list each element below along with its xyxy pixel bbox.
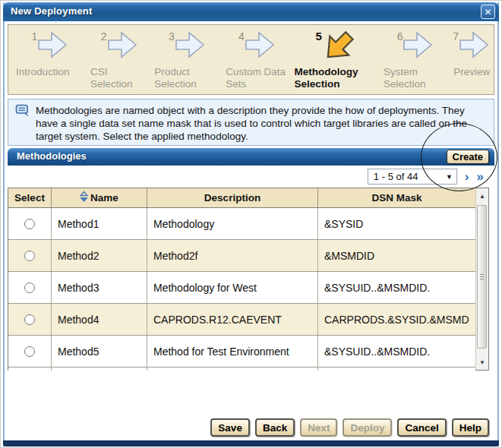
step-arrow-icon: 5 xyxy=(291,30,380,64)
wizard-step-introduction[interactable]: 1Introduction xyxy=(13,29,87,94)
select-cell xyxy=(8,208,52,239)
table-header: SelectNameDescriptionDSN Mask xyxy=(8,188,475,208)
next-button: Next xyxy=(300,418,337,437)
wizard-step-product-selection[interactable]: 3Product Selection xyxy=(151,29,223,94)
name-cell: Method5 xyxy=(52,336,147,367)
column-header-name[interactable]: Name xyxy=(52,188,147,207)
wizard-step-custom-data-sets[interactable]: 4Custom Data Sets xyxy=(223,29,291,94)
select-cell xyxy=(8,304,52,335)
step-arrow-icon: 3 xyxy=(151,30,223,64)
close-button[interactable]: ✕ xyxy=(481,5,495,19)
table-row: Method4CAPRODS.R12.CAEVENTCARPRODS.&SYSI… xyxy=(8,304,475,336)
column-header-description: Description xyxy=(147,188,318,207)
deploy-button: Deploy xyxy=(343,418,392,437)
cancel-button[interactable]: Cancel xyxy=(397,418,446,437)
scrollbar-grip xyxy=(480,274,484,281)
row-radio-button[interactable] xyxy=(24,314,35,325)
comment-bubble-icon xyxy=(15,104,30,121)
row-radio-button[interactable] xyxy=(24,219,35,229)
column-header-select: Select xyxy=(8,188,52,207)
step-number: 6 xyxy=(397,30,403,42)
close-icon: ✕ xyxy=(484,7,491,17)
filler-cell xyxy=(8,368,52,371)
screenshot-frame: New Deployment ✕ 1Introduction2CSI Selec… xyxy=(0,0,502,448)
page-range-label: 1 - 5 of 44 xyxy=(374,171,418,182)
save-button[interactable]: Save xyxy=(210,418,250,437)
description-cell: Method for Test Environment xyxy=(147,336,318,367)
table-row: Method5Method for Test Environment&SYSUI… xyxy=(8,336,475,368)
wizard-step-system-selection[interactable]: 6System Selection xyxy=(380,29,450,94)
wizard-step-csi-selection[interactable]: 2CSI Selection xyxy=(87,29,151,94)
dsn-mask-cell: &SYSUID..&MSMDID. xyxy=(318,336,475,367)
step-arrow-icon: 2 xyxy=(87,30,151,64)
name-cell: Method3 xyxy=(52,272,147,303)
filler-cell xyxy=(52,368,147,371)
step-arrow-icon: 7 xyxy=(450,30,492,64)
next-page-button[interactable]: › xyxy=(465,170,469,183)
scroll-down-icon[interactable]: ▼ xyxy=(476,356,488,368)
help-button[interactable]: Help xyxy=(452,418,489,437)
window-title: New Deployment xyxy=(11,5,93,17)
create-button[interactable]: Create xyxy=(447,150,489,164)
filler-cell xyxy=(318,368,475,371)
wizard-step-methodology-selection[interactable]: 5Methodology Selection xyxy=(291,29,380,94)
dsn-mask-cell: CARPRODS.&SYSID.&MSMD xyxy=(318,304,475,335)
name-cell: Method4 xyxy=(52,304,147,335)
select-cell xyxy=(8,240,52,271)
name-cell: Method1 xyxy=(52,208,147,239)
step-label: Introduction xyxy=(13,66,87,78)
step-label: Preview xyxy=(450,66,492,78)
column-header-dsn-mask: DSN Mask xyxy=(318,188,475,207)
dsn-mask-cell: &SYSUID..&MSMDID. xyxy=(318,272,475,303)
filler-cell xyxy=(147,368,318,371)
description-cell: Methodology for West xyxy=(147,272,318,303)
wizard-steps: 1Introduction2CSI Selection3Product Sele… xyxy=(8,24,494,95)
step-label: Methodology Selection xyxy=(291,66,380,90)
scrollbar-thumb[interactable] xyxy=(477,205,487,349)
methodologies-section-bar: Methodologies Create xyxy=(8,148,494,166)
step-arrow-icon: 4 xyxy=(223,30,291,64)
wizard-step-preview[interactable]: 7Preview xyxy=(450,29,492,94)
description-cell: CAPRODS.R12.CAEVENT xyxy=(147,304,318,335)
table-row: Method1Methodology&SYSID xyxy=(8,208,475,240)
scroll-up-icon[interactable]: ▲ xyxy=(476,190,488,202)
step-number: 5 xyxy=(316,30,322,42)
new-deployment-dialog: New Deployment ✕ 1Introduction2CSI Selec… xyxy=(3,2,499,446)
step-label: Product Selection xyxy=(151,66,223,90)
table-body: Method1Methodology&SYSIDMethod2Method2f&… xyxy=(8,208,475,371)
table-filler-row xyxy=(8,368,475,371)
step-arrow-icon: 1 xyxy=(13,30,87,64)
window-bottom-edge xyxy=(3,440,499,446)
column-label: Select xyxy=(14,192,45,203)
select-cell xyxy=(8,336,52,367)
row-radio-button[interactable] xyxy=(24,346,35,357)
step-number: 2 xyxy=(101,30,107,42)
sort-up-down-icon[interactable] xyxy=(80,191,88,205)
step-number: 3 xyxy=(169,30,175,42)
select-cell xyxy=(8,272,52,303)
row-radio-button[interactable] xyxy=(24,251,35,261)
info-box: Methodologies are named object with a de… xyxy=(8,99,494,146)
info-text: Methodologies are named object with a de… xyxy=(36,105,467,142)
column-label: DSN Mask xyxy=(371,192,421,203)
back-button[interactable]: Back xyxy=(255,418,295,437)
chevron-down-icon: ▼ xyxy=(446,173,453,181)
footer-buttons: SaveBackNextDeployCancelHelp xyxy=(210,418,489,437)
table-row: Method3Methodology for West&SYSUID..&MSM… xyxy=(8,272,475,304)
column-label: Name xyxy=(90,192,118,203)
description-cell: Methodology xyxy=(147,208,318,239)
table-row: Method2Method2f&MSMDID xyxy=(8,240,475,272)
section-title: Methodologies xyxy=(17,150,87,162)
step-number: 4 xyxy=(238,30,245,42)
name-cell: Method2 xyxy=(52,240,147,271)
page-range-dropdown[interactable]: 1 - 5 of 44 ▼ xyxy=(368,169,457,185)
vertical-scrollbar[interactable]: ▲ ▼ xyxy=(475,188,488,370)
dsn-mask-cell: &MSMDID xyxy=(318,240,475,271)
last-page-button[interactable]: » xyxy=(477,170,484,183)
row-radio-button[interactable] xyxy=(24,282,35,293)
step-number: 7 xyxy=(453,30,459,42)
dsn-mask-cell: &SYSID xyxy=(318,208,475,239)
description-cell: Method2f xyxy=(147,240,318,271)
pagination-row: 1 - 5 of 44 ▼ › » xyxy=(8,166,494,188)
step-label: Custom Data Sets xyxy=(223,66,291,90)
